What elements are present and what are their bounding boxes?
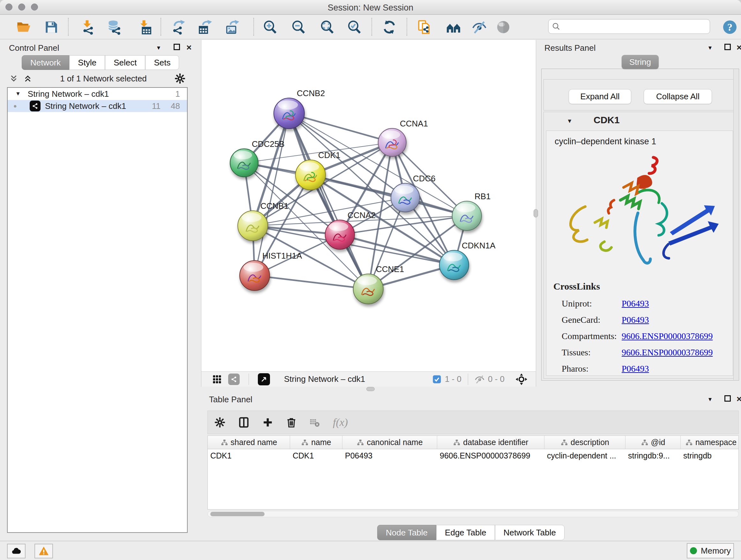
clone-network-button[interactable] [415,18,434,37]
hide-selected-button[interactable] [470,18,488,37]
results-scrollbar[interactable] [733,69,738,380]
import-network-from-database-button[interactable] [106,18,124,37]
collapse-all-chevrons-icon[interactable] [9,74,18,83]
grid-view-icon[interactable] [212,374,222,384]
first-neighbors-button[interactable] [444,18,463,37]
results-panel-close-icon[interactable]: × [737,43,741,53]
import-network-button[interactable] [78,18,97,37]
network-view[interactable]: CCNB2CCNA1CDC25BCDK1CDC6RB1CCNB1CCNA2CDK… [201,40,536,371]
zoom-out-icon [291,19,306,35]
protein-section: ▼ CDK1 cyclin–dependent kinase 1 [543,112,735,379]
collapse-triangle-icon[interactable]: ▼ [15,91,21,97]
function-builder-icon[interactable]: f(x) [333,416,348,428]
open-session-button[interactable] [14,18,33,37]
network-node-RB1[interactable]: RB1 [452,192,491,231]
expand-all-chevrons-icon[interactable] [23,74,32,83]
table-cell[interactable]: CDK1 [208,449,290,462]
crosslink-label: GeneCard: [562,315,622,325]
results-panel-menu-icon[interactable]: ▾ [709,44,712,51]
delete-table-icon[interactable] [309,417,320,428]
network-node-CCNB2[interactable]: CCNB2 [274,88,325,129]
table-cell[interactable]: stringdb:9... [625,449,681,462]
table-cell[interactable]: stringdb [681,449,739,462]
column-header-database-identifier[interactable]: database identifier [437,436,544,449]
table-panel-close-icon[interactable]: × [737,394,741,404]
table-cell[interactable]: CDK1 [290,449,342,462]
save-session-button[interactable] [42,18,61,37]
open-in-window-icon[interactable] [258,373,270,385]
export-table-button[interactable] [196,18,215,37]
gear-icon[interactable] [174,73,186,84]
hscrollbar-thumb[interactable] [210,512,265,516]
show-all-button[interactable] [494,18,513,37]
column-header-canonical-name[interactable]: canonical name [342,436,437,449]
warnings-button[interactable] [35,544,53,558]
selected-checkbox-icon[interactable] [432,374,442,384]
table-cell[interactable]: 9606.ENSP00000378699 [437,449,544,462]
network-canvas[interactable]: CCNB2CCNA1CDC25BCDK1CDC6RB1CCNB1CCNA2CDK… [201,40,536,371]
network-node-CDKN1A[interactable]: CDKN1A [440,241,495,280]
show-columns-icon[interactable] [238,416,250,428]
network-node-HIST1H1A[interactable]: HIST1H1A [240,251,302,291]
table-toolbar: f(x) [207,411,739,434]
tab-edge-table[interactable]: Edge Table [436,525,495,540]
tab-select[interactable]: Select [105,55,145,70]
memory-button[interactable]: Memory [687,543,734,558]
help-button[interactable]: ? [721,18,739,37]
delete-column-icon[interactable] [286,417,297,428]
edge-HIST1H1A-CCNE1[interactable] [255,275,368,289]
string-view-icon[interactable] [228,374,240,385]
refresh-button[interactable] [380,18,399,37]
tab-style[interactable]: Style [69,55,105,70]
network-row-selected[interactable]: ● String Network – cdk1 11 48 [8,100,187,112]
cloud-button[interactable] [7,544,25,558]
crosslink-link[interactable]: 9606.ENSP00000378699 [622,331,713,341]
birds-eye-navigator-icon[interactable] [515,373,528,385]
zoom-fit-button[interactable] [318,18,336,37]
add-column-icon[interactable] [262,417,273,428]
column-header-shared-name[interactable]: shared name [208,436,290,449]
tab-string[interactable]: String [622,55,659,69]
tab-network[interactable]: Network [22,55,69,70]
zoom-out-button[interactable] [289,18,308,37]
control-panel-menu-icon[interactable]: ▾ [157,44,160,51]
table-panel-menu-icon[interactable]: ▾ [709,396,712,402]
crosslink-link[interactable]: 9606.ENSP00000378699 [622,348,713,358]
column-header-name[interactable]: name [290,436,342,449]
network-node-CDK1[interactable]: CDK1 [295,150,340,190]
search-input[interactable] [561,22,701,32]
tab-sets[interactable]: Sets [145,55,179,70]
results-panel-float-icon[interactable] [724,44,731,50]
network-collection-row[interactable]: ▼ String Network – cdk1 1 [8,88,187,100]
crosslink-link[interactable]: P06493 [622,299,649,309]
hidden-eye-icon[interactable] [475,374,485,384]
network-node-CCNA1[interactable]: CCNA1 [378,119,428,157]
expand-all-button[interactable]: Expand All [569,89,631,104]
edge-CCNB2-CCNE1[interactable] [289,113,368,289]
network-node-CCNE1[interactable]: CCNE1 [353,264,404,304]
splitter-handle-right[interactable] [534,209,538,217]
tab-network-table[interactable]: Network Table [495,525,564,540]
export-network-button[interactable] [170,18,189,37]
search-box[interactable] [548,19,710,34]
tab-node-table[interactable]: Node Table [377,525,436,540]
table-gear-icon[interactable] [214,417,226,428]
zoom-selected-button[interactable] [345,18,363,37]
table-hscrollbar[interactable] [207,511,739,517]
export-image-button[interactable] [223,18,242,37]
protein-collapse-icon[interactable]: ▼ [567,118,572,125]
table-row[interactable]: CDK1CDK1P064939606.ENSP00000378699cyclin… [208,449,738,462]
import-table-button[interactable] [135,18,154,37]
table-cell[interactable]: cyclin-dependent ... [544,449,625,462]
collapse-all-button[interactable]: Collapse All [644,89,712,104]
crosslink-link[interactable]: P06493 [622,315,649,325]
crosslink-link[interactable]: P06493 [622,364,649,374]
table-cell[interactable]: P06493 [342,449,437,462]
control-panel-close-icon[interactable]: × [186,43,192,53]
zoom-in-button[interactable] [261,18,279,37]
column-header-namespace[interactable]: namespace [681,436,739,449]
column-header-@id[interactable]: @id [625,436,681,449]
control-panel-float-icon[interactable] [174,44,180,50]
table-panel-float-icon[interactable] [724,395,731,401]
column-header-description[interactable]: description [544,436,625,449]
